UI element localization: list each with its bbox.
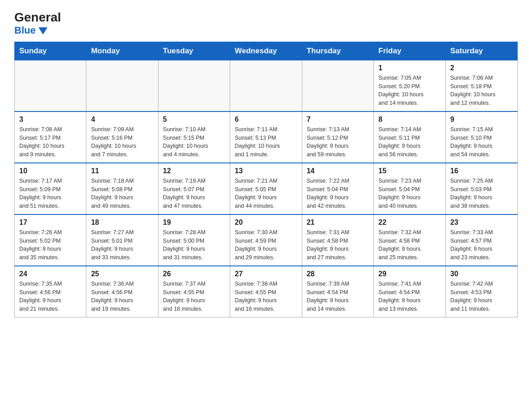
day-number: 7: [307, 116, 369, 124]
calendar-cell: 4Sunrise: 7:09 AM Sunset: 5:16 PM Daylig…: [86, 111, 158, 163]
day-number: 24: [19, 270, 82, 278]
day-number: 16: [450, 167, 513, 175]
calendar-cell: 2Sunrise: 7:06 AM Sunset: 5:18 PM Daylig…: [446, 60, 517, 111]
calendar-cell: 1Sunrise: 7:05 AM Sunset: 5:20 PM Daylig…: [374, 60, 446, 111]
day-number: 3: [19, 116, 82, 124]
day-info: Sunrise: 7:39 AM Sunset: 4:54 PM Dayligh…: [307, 280, 369, 313]
calendar-cell: [86, 60, 158, 111]
day-number: 19: [163, 218, 225, 227]
logo-general-text: General: [14, 11, 61, 25]
calendar-week-row: 10Sunrise: 7:17 AM Sunset: 5:09 PM Dayli…: [15, 163, 518, 214]
calendar-cell: 5Sunrise: 7:10 AM Sunset: 5:15 PM Daylig…: [158, 111, 230, 163]
day-info: Sunrise: 7:09 AM Sunset: 5:16 PM Dayligh…: [91, 125, 153, 159]
calendar-cell: 29Sunrise: 7:41 AM Sunset: 4:54 PM Dayli…: [374, 266, 446, 317]
calendar-week-row: 3Sunrise: 7:08 AM Sunset: 5:17 PM Daylig…: [15, 111, 518, 163]
calendar-cell: 23Sunrise: 7:33 AM Sunset: 4:57 PM Dayli…: [446, 214, 517, 266]
day-number: 29: [378, 270, 441, 278]
day-number: 20: [235, 218, 297, 227]
calendar-cell: 15Sunrise: 7:23 AM Sunset: 5:04 PM Dayli…: [374, 163, 446, 214]
column-header-friday: Friday: [374, 42, 446, 60]
calendar-table: SundayMondayTuesdayWednesdayThursdayFrid…: [14, 42, 518, 317]
calendar-cell: [158, 60, 230, 111]
calendar-cell: 16Sunrise: 7:25 AM Sunset: 5:03 PM Dayli…: [446, 163, 517, 214]
calendar-cell: 18Sunrise: 7:27 AM Sunset: 5:01 PM Dayli…: [86, 214, 158, 266]
logo-triangle-icon: [39, 27, 47, 34]
calendar-cell: 6Sunrise: 7:11 AM Sunset: 5:13 PM Daylig…: [230, 111, 302, 163]
logo-blue-label: Blue: [14, 25, 36, 36]
day-info: Sunrise: 7:14 AM Sunset: 5:11 PM Dayligh…: [378, 125, 441, 159]
day-number: 14: [307, 167, 369, 175]
calendar-cell: 7Sunrise: 7:13 AM Sunset: 5:12 PM Daylig…: [302, 111, 373, 163]
day-number: 1: [378, 64, 441, 72]
day-info: Sunrise: 7:41 AM Sunset: 4:54 PM Dayligh…: [378, 280, 441, 313]
day-number: 10: [19, 167, 82, 175]
calendar-cell: 25Sunrise: 7:36 AM Sunset: 4:56 PM Dayli…: [86, 266, 158, 317]
day-number: 5: [163, 116, 225, 124]
day-number: 13: [235, 167, 297, 175]
calendar-week-row: 17Sunrise: 7:26 AM Sunset: 5:02 PM Dayli…: [15, 214, 518, 266]
calendar-cell: 11Sunrise: 7:18 AM Sunset: 5:08 PM Dayli…: [86, 163, 158, 214]
day-info: Sunrise: 7:37 AM Sunset: 4:55 PM Dayligh…: [163, 280, 225, 313]
day-info: Sunrise: 7:15 AM Sunset: 5:10 PM Dayligh…: [450, 125, 513, 159]
column-header-sunday: Sunday: [15, 42, 86, 60]
day-info: Sunrise: 7:05 AM Sunset: 5:20 PM Dayligh…: [378, 74, 441, 107]
calendar-cell: 22Sunrise: 7:32 AM Sunset: 4:58 PM Dayli…: [374, 214, 446, 266]
day-info: Sunrise: 7:11 AM Sunset: 5:13 PM Dayligh…: [235, 125, 297, 159]
calendar-cell: 8Sunrise: 7:14 AM Sunset: 5:11 PM Daylig…: [374, 111, 446, 163]
day-info: Sunrise: 7:06 AM Sunset: 5:18 PM Dayligh…: [450, 74, 513, 107]
calendar-cell: 24Sunrise: 7:35 AM Sunset: 4:56 PM Dayli…: [15, 266, 86, 317]
day-info: Sunrise: 7:08 AM Sunset: 5:17 PM Dayligh…: [19, 125, 82, 159]
logo: General Blue: [14, 11, 61, 36]
page-header: General Blue: [14, 11, 518, 36]
calendar-cell: 17Sunrise: 7:26 AM Sunset: 5:02 PM Dayli…: [15, 214, 86, 266]
calendar-cell: 19Sunrise: 7:28 AM Sunset: 5:00 PM Dayli…: [158, 214, 230, 266]
day-number: 23: [450, 218, 513, 227]
calendar-cell: [15, 60, 86, 111]
day-info: Sunrise: 7:31 AM Sunset: 4:58 PM Dayligh…: [307, 228, 369, 262]
day-info: Sunrise: 7:42 AM Sunset: 4:53 PM Dayligh…: [450, 280, 513, 313]
calendar-week-row: 1Sunrise: 7:05 AM Sunset: 5:20 PM Daylig…: [15, 60, 518, 111]
day-info: Sunrise: 7:38 AM Sunset: 4:55 PM Dayligh…: [235, 280, 297, 313]
calendar-cell: 21Sunrise: 7:31 AM Sunset: 4:58 PM Dayli…: [302, 214, 373, 266]
day-number: 27: [235, 270, 297, 278]
column-header-thursday: Thursday: [302, 42, 373, 60]
day-info: Sunrise: 7:32 AM Sunset: 4:58 PM Dayligh…: [378, 228, 441, 262]
day-info: Sunrise: 7:21 AM Sunset: 5:05 PM Dayligh…: [235, 177, 297, 210]
day-info: Sunrise: 7:17 AM Sunset: 5:09 PM Dayligh…: [19, 177, 82, 210]
day-number: 6: [235, 116, 297, 124]
column-header-monday: Monday: [86, 42, 158, 60]
day-number: 18: [91, 218, 153, 227]
day-number: 4: [91, 116, 153, 124]
day-info: Sunrise: 7:10 AM Sunset: 5:15 PM Dayligh…: [163, 125, 225, 159]
day-number: 22: [378, 218, 441, 227]
day-info: Sunrise: 7:18 AM Sunset: 5:08 PM Dayligh…: [91, 177, 153, 210]
calendar-cell: 27Sunrise: 7:38 AM Sunset: 4:55 PM Dayli…: [230, 266, 302, 317]
day-info: Sunrise: 7:30 AM Sunset: 4:59 PM Dayligh…: [235, 228, 297, 262]
day-number: 9: [450, 116, 513, 124]
day-info: Sunrise: 7:13 AM Sunset: 5:12 PM Dayligh…: [307, 125, 369, 159]
day-number: 17: [19, 218, 82, 227]
column-header-saturday: Saturday: [446, 42, 517, 60]
day-info: Sunrise: 7:27 AM Sunset: 5:01 PM Dayligh…: [91, 228, 153, 262]
day-info: Sunrise: 7:23 AM Sunset: 5:04 PM Dayligh…: [378, 177, 441, 210]
calendar-cell: 20Sunrise: 7:30 AM Sunset: 4:59 PM Dayli…: [230, 214, 302, 266]
day-info: Sunrise: 7:35 AM Sunset: 4:56 PM Dayligh…: [19, 280, 82, 313]
column-header-tuesday: Tuesday: [158, 42, 230, 60]
calendar-cell: 14Sunrise: 7:22 AM Sunset: 5:04 PM Dayli…: [302, 163, 373, 214]
day-info: Sunrise: 7:33 AM Sunset: 4:57 PM Dayligh…: [450, 228, 513, 262]
calendar-cell: 10Sunrise: 7:17 AM Sunset: 5:09 PM Dayli…: [15, 163, 86, 214]
calendar-week-row: 24Sunrise: 7:35 AM Sunset: 4:56 PM Dayli…: [15, 266, 518, 317]
day-number: 8: [378, 116, 441, 124]
day-info: Sunrise: 7:36 AM Sunset: 4:56 PM Dayligh…: [91, 280, 153, 313]
day-number: 21: [307, 218, 369, 227]
day-number: 25: [91, 270, 153, 278]
calendar-cell: [302, 60, 373, 111]
calendar-header-row: SundayMondayTuesdayWednesdayThursdayFrid…: [15, 42, 518, 60]
calendar-cell: 13Sunrise: 7:21 AM Sunset: 5:05 PM Dayli…: [230, 163, 302, 214]
day-number: 11: [91, 167, 153, 175]
day-number: 30: [450, 270, 513, 278]
day-info: Sunrise: 7:22 AM Sunset: 5:04 PM Dayligh…: [307, 177, 369, 210]
day-number: 28: [307, 270, 369, 278]
calendar-cell: 12Sunrise: 7:19 AM Sunset: 5:07 PM Dayli…: [158, 163, 230, 214]
day-info: Sunrise: 7:25 AM Sunset: 5:03 PM Dayligh…: [450, 177, 513, 210]
